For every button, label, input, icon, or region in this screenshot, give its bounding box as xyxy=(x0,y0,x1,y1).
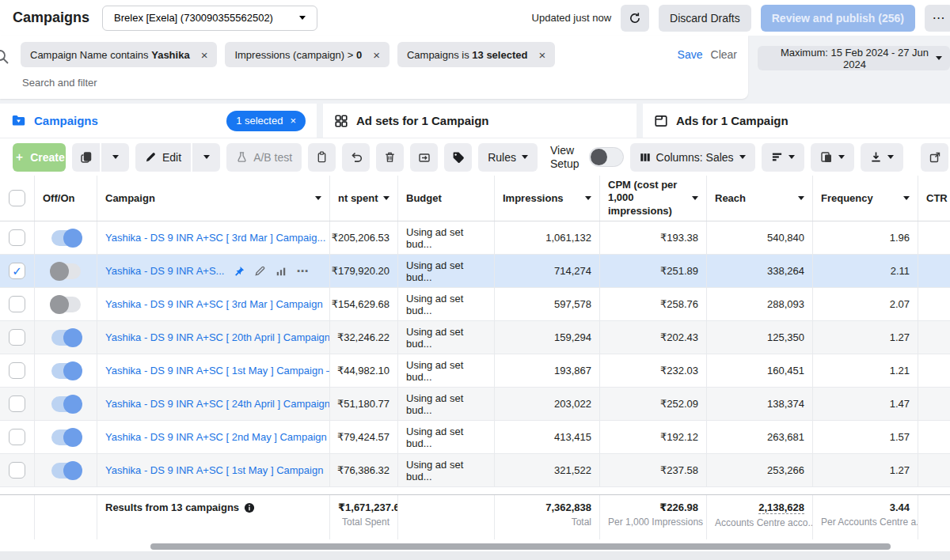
close-icon[interactable]: × xyxy=(538,49,545,61)
table-row: Yashika - DS 9 INR A+SC [ 20th April ] C… xyxy=(0,321,950,354)
filter-chip-impressions[interactable]: Impressions (campaign) > 0 × xyxy=(225,42,390,67)
create-button[interactable]: ＋ Create xyxy=(13,143,66,172)
tab-ads[interactable]: Ads for 1 Campaign xyxy=(643,104,950,138)
campaign-toggle[interactable] xyxy=(51,429,81,445)
export-button[interactable] xyxy=(861,143,903,172)
budget-cell: Using ad set bud... xyxy=(398,288,495,320)
ctr-cell xyxy=(918,321,950,354)
ctr-cell xyxy=(918,454,950,486)
row-checkbox[interactable] xyxy=(9,362,25,379)
header-reach[interactable]: Reach xyxy=(707,176,813,221)
tag-icon xyxy=(452,151,465,164)
campaign-name-link[interactable]: Yashika - DS 9 INR A+SC [ 1st May ] Camp… xyxy=(105,365,330,376)
account-selector[interactable]: Brelex [Exela] (730090355562502) xyxy=(102,6,317,31)
close-icon[interactable]: × xyxy=(290,115,296,127)
view-charts-icon[interactable] xyxy=(276,266,287,277)
tag-button[interactable] xyxy=(444,143,472,172)
header-frequency[interactable]: Frequency xyxy=(813,176,918,221)
budget-cell: Using ad set bud... xyxy=(398,421,495,453)
edit-button[interactable]: Edit xyxy=(135,143,191,172)
campaign-name-link[interactable]: Yashika - DS 9 INR A+SC [ 3rd Mar ] Camp… xyxy=(105,298,323,310)
duplicate-button[interactable] xyxy=(72,143,100,172)
ab-test-button[interactable]: A/B test xyxy=(226,143,302,172)
row-checkbox[interactable] xyxy=(9,296,25,312)
chevron-down-icon xyxy=(112,155,119,159)
header-budget[interactable]: Budget xyxy=(398,176,495,221)
cpm-cell: ₹258.76 xyxy=(600,288,707,320)
filter-chip-campaigns-selected[interactable]: Campaigns is 13 selected × xyxy=(397,42,555,67)
close-icon[interactable]: × xyxy=(201,49,208,61)
undo-button[interactable] xyxy=(342,143,370,172)
header-impressions[interactable]: Impressions xyxy=(495,176,600,221)
chevron-down-icon xyxy=(887,155,894,159)
toggle-cell xyxy=(35,288,97,320)
campaign-toggle[interactable] xyxy=(51,363,81,379)
header-campaign[interactable]: Campaign xyxy=(97,176,330,221)
sort-icon xyxy=(692,196,698,200)
reach-cell: 125,350 xyxy=(707,321,813,354)
checkbox-cell xyxy=(0,421,35,453)
row-checkbox[interactable] xyxy=(9,229,25,246)
reports-button[interactable] xyxy=(811,143,854,172)
paste-button[interactable] xyxy=(308,143,336,172)
sort-icon xyxy=(903,196,910,200)
delete-button[interactable] xyxy=(376,143,404,172)
selected-count-badge[interactable]: 1 selected × xyxy=(226,111,306,131)
header-ctr[interactable]: CTR (all) xyxy=(918,176,950,221)
close-icon[interactable]: × xyxy=(373,49,380,61)
view-setup-toggle[interactable] xyxy=(589,147,624,167)
tab-campaigns[interactable]: Campaigns 1 selected × xyxy=(0,104,317,138)
table-row: Yashika - DS 9 INR A+SC [ 24th April ] C… xyxy=(0,388,950,421)
refresh-button[interactable] xyxy=(621,5,649,32)
toggle-cell xyxy=(35,221,97,254)
discard-drafts-button[interactable]: Discard Drafts xyxy=(659,5,751,32)
header-cpm[interactable]: CPM (cost per 1,000 impressions) xyxy=(600,176,707,221)
save-filter-link[interactable]: Save xyxy=(678,48,703,61)
review-publish-button[interactable]: Review and publish (256) xyxy=(761,5,915,32)
campaign-name-link[interactable]: Yashika - DS 9 INR A+SC [ 24th April ] C… xyxy=(105,398,330,410)
edit-campaign-icon[interactable] xyxy=(254,265,266,277)
row-checkbox[interactable] xyxy=(9,462,25,479)
row-checkbox[interactable]: ✓ xyxy=(9,263,25,279)
filter-chip-campaign-name[interactable]: Campaign Name contains Yashika × xyxy=(21,42,217,67)
scrollbar-thumb[interactable] xyxy=(150,543,891,550)
campaign-name-link[interactable]: Yashika - DS 9 INR A+SC [ 1st May ] Camp… xyxy=(105,464,323,476)
table-row: Yashika - DS 9 INR A+SC [ 2nd May ] Camp… xyxy=(0,421,950,454)
edit-dropdown-button[interactable] xyxy=(192,143,220,172)
clear-filter-link[interactable]: Clear xyxy=(711,48,737,61)
header-amount-spent[interactable]: nt spent xyxy=(330,176,398,221)
row-checkbox[interactable] xyxy=(9,395,25,412)
rules-button[interactable]: Rules xyxy=(478,143,538,172)
toggle-cell xyxy=(35,255,97,287)
campaign-toggle[interactable] xyxy=(51,396,81,412)
tab-ads-label: Ads for 1 Campaign xyxy=(676,114,788,127)
columns-button[interactable]: Columns: Sales xyxy=(630,143,755,172)
total-cpm: ₹226.98 xyxy=(608,501,698,513)
campaign-toggle[interactable] xyxy=(51,230,81,246)
copy-icon xyxy=(80,151,93,164)
impressions-cell: 714,274 xyxy=(495,255,600,287)
campaign-toggle[interactable] xyxy=(51,297,81,312)
campaign-toggle[interactable] xyxy=(51,463,81,479)
campaign-toggle[interactable] xyxy=(51,263,81,279)
export-preview-button[interactable] xyxy=(410,143,438,172)
row-checkbox[interactable] xyxy=(9,429,25,445)
select-all-checkbox[interactable] xyxy=(9,190,25,206)
campaign-name-link[interactable]: Yashika - DS 9 INR A+SC [ 20th April ] C… xyxy=(105,331,330,343)
campaign-name-link[interactable]: Yashika - DS 9 INR A+S... xyxy=(105,265,224,277)
campaign-name-link[interactable]: Yashika - DS 9 INR A+SC [ 2nd May ] Camp… xyxy=(105,431,330,443)
row-checkbox[interactable] xyxy=(9,329,25,346)
tab-campaigns-label: Campaigns xyxy=(34,114,98,127)
cpm-cell: ₹251.89 xyxy=(600,255,707,287)
breakdown-button[interactable] xyxy=(762,143,804,172)
search-filter-input[interactable] xyxy=(22,77,339,89)
tab-adsets[interactable]: Ad sets for 1 Campaign xyxy=(323,104,636,138)
open-fullscreen-button[interactable] xyxy=(921,143,948,172)
campaign-toggle[interactable] xyxy=(51,330,81,346)
campaign-name-link[interactable]: Yashika - DS 9 INR A+SC [ 3rd Mar ] Camp… xyxy=(105,232,325,244)
info-icon[interactable] xyxy=(244,502,255,513)
duplicate-dropdown-button[interactable] xyxy=(101,143,129,172)
date-range-selector[interactable]: Maximum: 15 Feb 2024 - 27 Jun 2024 xyxy=(758,46,950,70)
more-options-button[interactable]: ⋯ xyxy=(925,5,950,32)
more-actions-icon[interactable]: ⋯ xyxy=(296,264,309,278)
